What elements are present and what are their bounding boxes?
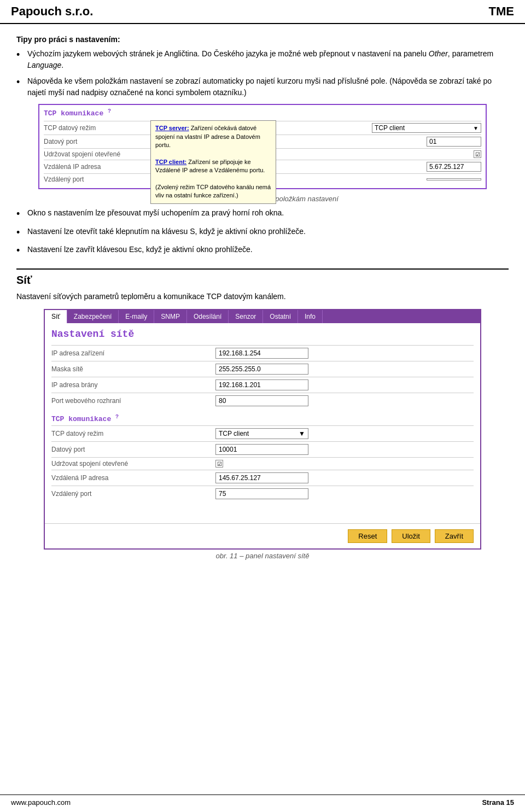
panel-input-remoteip[interactable]: 145.67.25.127 [215,472,308,483]
panel-tcp-title: TCP komunikace ? [51,414,474,423]
panel-tcp-row-3: Udržovat spojení otevřené ☑ [51,457,474,470]
tcp-row-1: TCP datový režim TCP client ▼ TCP server… [44,121,481,135]
panel-spacer [51,501,474,518]
zavrit-button[interactable]: Zavřít [435,529,474,543]
bullet-text-5: Nastavení lze zavřít klávesou Esc, když … [27,244,253,255]
panel-label-ip: IP adresa zařízení [51,349,215,357]
tab-emaily[interactable]: E-maily [119,310,154,323]
tcp-checkbox-open[interactable]: ☑ [474,150,481,158]
italic-other: Other [429,49,448,58]
tooltip-box: TCP server: Zařízení očekává datové spoj… [150,120,276,204]
panel-row-mask: Maska sítě 255.255.255.0 [51,361,474,377]
figure-2-container: Síť Zabezpečení E-maily SNMP Odesílání S… [44,309,481,560]
bullet-text-3: Okno s nastavením lze přesouvat myší uch… [27,207,284,219]
tab-senzor[interactable]: Senzor [229,310,263,323]
panel-input-ip[interactable]: 192.168.1.254 [215,348,308,359]
bullet-dot-1: • [16,48,27,62]
figure-1-container: TCP komunikace ? TCP datový režim TCP cl… [33,104,492,203]
footer-page: Strana 15 [482,798,514,807]
tcp-select-value: TCP client [375,124,405,132]
italic-language: Language [27,61,61,69]
tcp-select-mode[interactable]: TCP client ▼ [372,123,481,133]
panel-select-tcpmode[interactable]: TCP client ▼ [215,428,308,439]
tab-info[interactable]: Info [298,310,323,323]
panel-tcp-row-5: Vzdálený port 75 [51,486,474,501]
section-sit-title: Síť [16,274,509,287]
reset-button[interactable]: Reset [348,529,387,543]
bullet-dot-4: • [16,226,27,239]
tcp-input-port[interactable]: 01 [427,137,481,147]
panel-tcp-label-2: Datový port [51,446,215,453]
section-sit-desc: Nastavení síťových parametrů teploměru a… [16,291,509,302]
panel-input-webport[interactable]: 80 [215,395,308,406]
tab-sit[interactable]: Síť [45,310,67,323]
panel-tcp-superscript: ? [115,414,119,420]
panel-tcp-row-1: TCP datový režim TCP client ▼ [51,425,474,441]
intro-section: Tipy pro práci s nastavením: • Výchozím … [16,35,509,258]
panel-input-remoteport[interactable]: 75 [215,488,308,499]
panel-checkbox-keepopen[interactable]: ☑ [215,460,223,468]
footer-page-label: Strana [482,798,504,807]
bullet-dot-2: • [16,75,27,89]
company-logo: Papouch s.r.o. [11,4,93,19]
tcp-fig1-title: TCP komunikace ? [44,108,481,118]
panel-select-tcpmode-value: TCP client [219,430,249,437]
footer: www.papouch.com Strana 15 [0,795,525,807]
tab-ostatni[interactable]: Ostatní [263,310,298,323]
main-content: Tipy pro práci s nastavením: • Výchozím … [0,30,525,570]
bullet-item-4: • Nastavení lze otevřít také klepnutím n… [16,226,509,239]
footer-url: www.papouch.com [11,798,71,807]
tcp-select-arrow: ▼ [473,125,479,131]
tooltip-server-label: TCP server: [155,125,189,131]
fig2-caption: obr. 11 – panel nastavení sítě [44,552,481,560]
panel-tcp-label-4: Vzdálená IP adresa [51,474,215,482]
panel-tcp-label-3: Udržovat spojení otevřené [51,460,215,468]
tooltip-client-label: TCP client: [155,159,186,165]
panel-row-webport: Port webového rozhraní 80 [51,393,474,408]
tcp-figure-1: TCP komunikace ? TCP datový režim TCP cl… [38,104,487,189]
panel-tcp-label-5: Vzdálený port [51,490,215,498]
tab-snmp[interactable]: SNMP [154,310,187,323]
bullet-dot-5: • [16,244,27,258]
panel-tcp-row-4: Vzdálená IP adresa 145.67.25.127 [51,470,474,486]
tab-odesilani[interactable]: Odesílání [187,310,229,323]
tooltip-note: (Zvolený režim TCP datového kanálu nemá … [155,184,271,198]
bullet-item-1: • Výchozím jazykem webových stránek je A… [16,48,509,71]
panel-row-gateway: IP adresa brány 192.168.1.201 [51,377,474,393]
bullet-item-5: • Nastavení lze zavřít klávesou Esc, kdy… [16,244,509,258]
bullet-item-2: • Nápověda ke všem položkám nastavení se… [16,75,509,98]
panel-title: Nastavení sítě [51,329,474,340]
tcp-fig1-superscript: ? [108,108,111,114]
intro-title: Tipy pro práci s nastavením: [16,35,509,44]
bullet-item-3: • Okno s nastavením lze přesouvat myší u… [16,207,509,221]
panel-label-gateway: IP adresa brány [51,381,215,389]
panel-tcp-label-1: TCP datový režim [51,430,215,437]
button-row: Reset Uložit Zavřít [45,523,480,548]
bullet-text-1: Výchozím jazykem webových stránek je Ang… [27,48,509,71]
panel-label-webport: Port webového rozhraní [51,397,215,405]
panel-input-dataport[interactable]: 10001 [215,444,308,455]
product-name: TME [489,4,514,19]
bullet-text-2: Nápověda ke všem položkám nastavení se z… [27,75,509,98]
panel-content: Nastavení sítě IP adresa zařízení 192.16… [45,323,480,523]
ulozit-button[interactable]: Uložit [392,529,430,543]
panel-input-mask[interactable]: 255.255.255.0 [215,364,308,375]
panel-tcp-row-2: Datový port 10001 [51,441,474,457]
tab-bar: Síť Zabezpečení E-maily SNMP Odesílání S… [45,310,480,323]
footer-page-number: 15 [506,798,514,807]
panel-row-ip: IP adresa zařízení 192.168.1.254 [51,345,474,361]
bullet-text-4: Nastavení lze otevřít také klepnutím na … [27,226,306,237]
header: Papouch s.r.o. TME [0,0,525,24]
bullet-dot-3: • [16,207,27,221]
net-panel: Síť Zabezpečení E-maily SNMP Odesílání S… [44,309,481,550]
tab-zabezpeceni[interactable]: Zabezpečení [67,310,119,323]
tcp-input-ip[interactable]: 5.67.25.127 [427,162,481,172]
section-divider-sit [16,268,509,270]
panel-label-mask: Maska sítě [51,365,215,373]
tcp-input-remport[interactable] [427,178,481,180]
panel-select-tcpmode-arrow: ▼ [299,430,305,437]
panel-input-gateway[interactable]: 192.168.1.201 [215,379,308,390]
